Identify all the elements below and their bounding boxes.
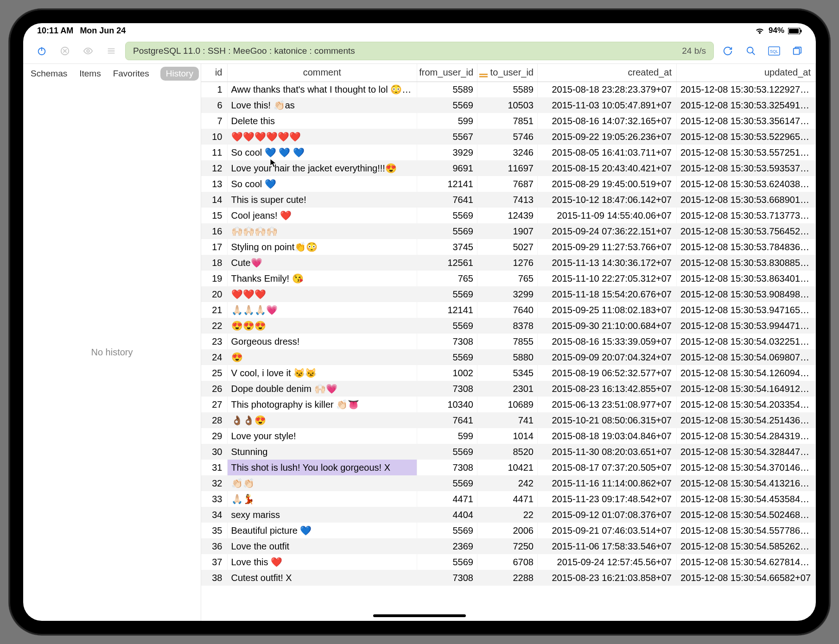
tab-items[interactable]: Items bbox=[78, 67, 102, 81]
cell-id[interactable]: 38 bbox=[201, 570, 227, 586]
cell-created[interactable]: 2015-11-09 14:55:40.06+07 bbox=[538, 208, 677, 223]
table-row[interactable]: 16🙌🏻🙌🏻🙌🏻🙌🏻556919072015-09-24 07:36:22.15… bbox=[201, 223, 816, 239]
cell-comment[interactable]: Styling on point👏😳 bbox=[227, 239, 417, 255]
cell-from[interactable]: 5569 bbox=[417, 523, 477, 538]
cell-comment[interactable]: Love your hair the jacket everything!!!😍 bbox=[227, 160, 417, 176]
cell-updated[interactable]: 2015-12-08 15:30:54.557786+07 bbox=[677, 523, 816, 538]
cell-from[interactable]: 9691 bbox=[417, 160, 477, 176]
cell-updated[interactable]: 2015-12-08 15:30:53.325491+07 bbox=[677, 97, 816, 113]
cell-from[interactable]: 7308 bbox=[417, 334, 477, 349]
cell-comment[interactable]: So cool 💙 bbox=[227, 176, 417, 192]
cell-id[interactable]: 7 bbox=[201, 113, 227, 129]
cell-created[interactable]: 2015-10-21 08:50:06.315+07 bbox=[538, 412, 677, 428]
cell-to[interactable]: 1276 bbox=[477, 255, 538, 271]
cell-updated[interactable]: 2015-12-08 15:30:53.830885+07 bbox=[677, 255, 816, 271]
cell-updated[interactable]: 2015-12-08 15:30:54.251436+07 bbox=[677, 412, 816, 428]
cell-from[interactable]: 5569 bbox=[417, 223, 477, 239]
cell-from[interactable]: 7641 bbox=[417, 412, 477, 428]
cell-from[interactable]: 12141 bbox=[417, 176, 477, 192]
cell-updated[interactable]: 2015-12-08 15:30:54.66582+07 bbox=[677, 570, 816, 586]
cell-id[interactable]: 16 bbox=[201, 223, 227, 239]
cell-from[interactable]: 599 bbox=[417, 113, 477, 129]
cell-from[interactable]: 3745 bbox=[417, 239, 477, 255]
cell-id[interactable]: 10 bbox=[201, 129, 227, 145]
table-row[interactable]: 25V cool, i love it 😼😼100253452015-08-19… bbox=[201, 365, 816, 381]
cell-from[interactable]: 5569 bbox=[417, 97, 477, 113]
cell-comment[interactable]: Gorgeous dress! bbox=[227, 334, 417, 349]
cell-updated[interactable]: 2015-12-08 15:30:54.126094+07 bbox=[677, 365, 816, 381]
tab-schemas[interactable]: Schemas bbox=[30, 67, 68, 81]
cell-comment[interactable]: Cute💗 bbox=[227, 255, 417, 271]
cell-id[interactable]: 24 bbox=[201, 349, 227, 365]
cell-id[interactable]: 27 bbox=[201, 397, 227, 412]
cell-to[interactable]: 7250 bbox=[477, 538, 538, 554]
table-row[interactable]: 30Stunning556985202015-11-30 08:20:03.65… bbox=[201, 444, 816, 460]
table-row[interactable]: 36Love the outfit236972502015-11-06 17:5… bbox=[201, 538, 816, 554]
cell-updated[interactable]: 2015-12-08 15:30:54.453584+07 bbox=[677, 491, 816, 507]
list-button[interactable] bbox=[102, 42, 121, 60]
col-header-from[interactable]: from_user_id bbox=[417, 64, 477, 82]
cell-updated[interactable]: 2015-12-08 15:30:53.947165+07 bbox=[677, 302, 816, 318]
cell-updated[interactable]: 2015-12-08 15:30:54.585262+07 bbox=[677, 538, 816, 554]
cell-comment[interactable]: Love your style! bbox=[227, 428, 417, 444]
tab-history[interactable]: History bbox=[160, 67, 199, 81]
cell-to[interactable]: 3299 bbox=[477, 286, 538, 302]
table-row[interactable]: 17Styling on point👏😳374550272015-09-29 1… bbox=[201, 239, 816, 255]
refresh-button[interactable] bbox=[718, 42, 737, 60]
cell-to[interactable]: 242 bbox=[477, 475, 538, 491]
cell-id[interactable]: 28 bbox=[201, 412, 227, 428]
cell-created[interactable]: 2015-08-17 07:37:20.505+07 bbox=[538, 460, 677, 475]
cancel-button[interactable] bbox=[56, 42, 74, 60]
cell-id[interactable]: 22 bbox=[201, 318, 227, 334]
cell-id[interactable]: 19 bbox=[201, 271, 227, 286]
cell-updated[interactable]: 2015-12-08 15:30:53.522965+07 bbox=[677, 129, 816, 145]
cell-id[interactable]: 34 bbox=[201, 507, 227, 523]
cell-id[interactable]: 1 bbox=[201, 82, 227, 97]
breadcrumb[interactable]: PostgreSQL 11.0 : SSH : MeeGoo : katonic… bbox=[125, 42, 714, 60]
cell-to[interactable]: 10689 bbox=[477, 397, 538, 412]
cell-id[interactable]: 37 bbox=[201, 554, 227, 570]
cell-comment[interactable]: 😍😍😍 bbox=[227, 318, 417, 334]
home-indicator[interactable] bbox=[373, 614, 466, 617]
cell-created[interactable]: 2015-08-16 15:33:39.059+07 bbox=[538, 334, 677, 349]
cell-from[interactable]: 5589 bbox=[417, 82, 477, 97]
cell-to[interactable]: 7413 bbox=[477, 192, 538, 208]
cell-created[interactable]: 2015-11-23 09:17:48.542+07 bbox=[538, 491, 677, 507]
cell-created[interactable]: 2015-08-23 16:13:42.855+07 bbox=[538, 381, 677, 397]
cell-to[interactable]: 4471 bbox=[477, 491, 538, 507]
cell-from[interactable]: 5569 bbox=[417, 349, 477, 365]
cell-id[interactable]: 26 bbox=[201, 381, 227, 397]
cell-created[interactable]: 2015-08-18 19:03:04.846+07 bbox=[538, 428, 677, 444]
cell-to[interactable]: 8378 bbox=[477, 318, 538, 334]
cell-from[interactable]: 4404 bbox=[417, 507, 477, 523]
cell-id[interactable]: 6 bbox=[201, 97, 227, 113]
col-header-updated[interactable]: updated_at bbox=[677, 64, 816, 82]
table-row[interactable]: 24😍556958802015-09-09 20:07:04.324+07201… bbox=[201, 349, 816, 365]
cell-comment[interactable]: Thanks Emily! 😘 bbox=[227, 271, 417, 286]
cell-comment[interactable]: Cool jeans! ❤️ bbox=[227, 208, 417, 223]
table-wrap[interactable]: id comment from_user_id to_user_id creat… bbox=[201, 64, 816, 621]
cell-id[interactable]: 23 bbox=[201, 334, 227, 349]
cell-updated[interactable]: 2015-12-08 15:30:53.713773+07 bbox=[677, 208, 816, 223]
cell-updated[interactable]: 2015-12-08 15:30:53.863401+07 bbox=[677, 271, 816, 286]
cell-from[interactable]: 5569 bbox=[417, 208, 477, 223]
search-button[interactable] bbox=[742, 42, 760, 60]
cell-comment[interactable]: Stunning bbox=[227, 444, 417, 460]
table-row[interactable]: 32👏🏻👏🏻55692422015-11-16 11:14:00.862+072… bbox=[201, 475, 816, 491]
cell-created[interactable]: 2015-08-15 20:43:40.421+07 bbox=[538, 160, 677, 176]
cell-from[interactable]: 599 bbox=[417, 428, 477, 444]
cell-from[interactable]: 5569 bbox=[417, 444, 477, 460]
cell-id[interactable]: 33 bbox=[201, 491, 227, 507]
cell-comment[interactable]: 🙌🏻🙌🏻🙌🏻🙌🏻 bbox=[227, 223, 417, 239]
col-header-id[interactable]: id bbox=[201, 64, 227, 82]
cell-created[interactable]: 2015-11-10 22:27:05.312+07 bbox=[538, 271, 677, 286]
cell-from[interactable]: 5569 bbox=[417, 554, 477, 570]
table-row[interactable]: 10❤️❤️❤️❤️❤️❤️556757462015-09-22 19:05:2… bbox=[201, 129, 816, 145]
col-header-comment[interactable]: comment bbox=[227, 64, 417, 82]
table-row[interactable]: 1Aww thanks that's what I thought to lol… bbox=[201, 82, 816, 97]
cell-comment[interactable]: ❤️❤️❤️ bbox=[227, 286, 417, 302]
cell-id[interactable]: 15 bbox=[201, 208, 227, 223]
cell-from[interactable]: 4471 bbox=[417, 491, 477, 507]
cell-comment[interactable]: ❤️❤️❤️❤️❤️❤️ bbox=[227, 129, 417, 145]
cell-from[interactable]: 7308 bbox=[417, 381, 477, 397]
